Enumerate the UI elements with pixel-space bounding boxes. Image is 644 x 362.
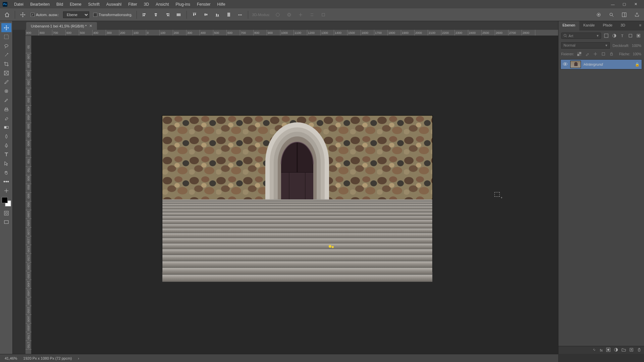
menu-ebene[interactable]: Ebene — [66, 1, 85, 8]
lock-transparency-icon[interactable] — [577, 51, 582, 57]
filter-adjust-icon[interactable] — [611, 33, 617, 39]
filter-pixel-icon[interactable] — [603, 33, 609, 39]
menu-fenster[interactable]: Fenster — [194, 1, 214, 8]
layer-style-icon[interactable]: fx — [600, 348, 603, 352]
svg-rect-34 — [4, 35, 8, 39]
type-tool[interactable] — [1, 150, 11, 159]
layer-filter-search[interactable]: Art ▾ — [561, 33, 601, 39]
menu-schrift[interactable]: Schrift — [85, 1, 103, 8]
align-right-icon[interactable] — [164, 11, 171, 18]
lock-artboard-icon[interactable] — [601, 51, 606, 57]
visibility-toggle-icon[interactable] — [563, 62, 568, 66]
more-align-icon[interactable]: ••• — [236, 11, 244, 18]
workspace-switcher-icon[interactable] — [621, 11, 628, 18]
svg-point-96 — [607, 349, 609, 351]
layer-mask-icon[interactable] — [606, 348, 610, 353]
tab-3d[interactable]: 3D — [616, 21, 629, 31]
lock-label: Fixieren: — [561, 52, 574, 56]
filter-type-icon[interactable]: T — [619, 33, 625, 39]
hand-tool[interactable] — [1, 168, 11, 177]
lock-paint-icon[interactable] — [585, 51, 590, 57]
magic-wand-tool[interactable] — [1, 50, 11, 59]
lasso-tool[interactable] — [1, 41, 11, 50]
layer-name[interactable]: Hintergrund — [584, 62, 632, 66]
svg-rect-4 — [155, 13, 157, 14]
panel-menu-icon[interactable]: ≡ — [637, 21, 644, 31]
blend-mode-dropdown[interactable]: Normal ▾ — [561, 42, 610, 49]
tab-ebenen[interactable]: Ebenen — [558, 21, 579, 31]
menu-3d[interactable]: 3D — [141, 1, 152, 8]
pen-tool[interactable] — [1, 141, 11, 150]
clone-stamp-tool[interactable] — [1, 105, 11, 114]
healing-brush-tool[interactable] — [1, 86, 11, 96]
canvas-image[interactable] — [162, 116, 432, 272]
more-tools-icon[interactable]: ••• — [1, 177, 11, 186]
distribute-v-icon[interactable] — [225, 11, 232, 18]
transform-controls-checkbox[interactable]: Transformationsstrg. — [93, 13, 132, 17]
eraser-tool[interactable] — [1, 114, 11, 123]
ruler-horizontal[interactable]: 9008007006005004003002001000100200300400… — [25, 30, 558, 36]
new-group-icon[interactable] — [622, 348, 626, 353]
screen-mode-icon[interactable] — [1, 218, 11, 227]
new-layer-icon[interactable] — [629, 348, 634, 353]
menu-bild[interactable]: Bild — [53, 1, 66, 8]
menu-datei[interactable]: Datei — [11, 1, 27, 8]
menu-hilfe[interactable]: Hilfe — [214, 1, 229, 8]
menu-ansicht[interactable]: Ansicht — [152, 1, 172, 8]
tab-pfade[interactable]: Pfade — [599, 21, 616, 31]
auto-select-checkbox[interactable]: ✓Autom. ausw.: — [31, 13, 59, 17]
frame-tool[interactable] — [1, 68, 11, 77]
eyedropper-tool[interactable] — [1, 77, 11, 86]
auto-select-target-dropdown[interactable]: Ebene — [63, 11, 89, 18]
window-minimize-button[interactable]: — — [607, 1, 619, 7]
gradient-tool[interactable] — [1, 123, 11, 132]
align-top-icon[interactable] — [191, 11, 198, 18]
filter-shape-icon[interactable] — [627, 33, 633, 39]
menu-bearbeiten[interactable]: Bearbeiten — [27, 1, 53, 8]
menu-plugins[interactable]: Plug-ins — [172, 1, 194, 8]
menu-filter[interactable]: Filter — [125, 1, 141, 8]
share-icon[interactable] — [633, 11, 641, 18]
move-tool[interactable] — [1, 23, 11, 32]
search-icon[interactable] — [608, 11, 615, 18]
svg-point-94 — [565, 63, 566, 65]
layer-thumbnail[interactable] — [570, 61, 581, 68]
menu-auswahl[interactable]: Auswahl — [103, 1, 125, 8]
layer-row[interactable]: Hintergrund 🔒 — [560, 59, 642, 69]
home-button[interactable] — [3, 11, 11, 18]
align-bottom-icon[interactable] — [214, 11, 221, 18]
window-close-button[interactable]: ✕ — [630, 1, 641, 7]
link-layers-icon[interactable] — [592, 348, 596, 353]
edit-toolbar-icon[interactable] — [1, 186, 11, 195]
path-selection-tool[interactable] — [1, 159, 11, 168]
foreground-background-color[interactable] — [2, 197, 11, 206]
document-dimensions[interactable]: 1920 Px x 1080 Px (72 ppcm) — [23, 356, 72, 360]
document-tab[interactable]: Unbenannt-1 bei 41,5% (RGB/8) * ✕ — [26, 22, 97, 30]
quickmask-icon[interactable] — [1, 208, 11, 218]
brush-tool[interactable] — [1, 96, 11, 105]
cloud-docs-icon[interactable] — [595, 11, 602, 18]
filter-smart-icon[interactable] — [635, 33, 641, 39]
window-maximize-button[interactable]: ▢ — [619, 1, 630, 7]
lock-position-icon[interactable] — [593, 51, 598, 57]
crop-tool[interactable] — [1, 59, 11, 68]
ruler-vertical[interactable]: 5010015020025030035040045050055060065070… — [25, 36, 32, 354]
canvas-viewport[interactable] — [32, 36, 558, 354]
lock-all-icon[interactable] — [609, 51, 614, 57]
align-vcenter-icon[interactable] — [202, 11, 210, 18]
distribute-h-icon[interactable] — [175, 11, 182, 18]
delete-layer-icon[interactable] — [637, 348, 641, 353]
tab-kanaele[interactable]: Kanäle — [579, 21, 599, 31]
svg-line-31 — [612, 15, 613, 17]
opacity-value[interactable]: 100% — [632, 44, 641, 48]
blur-tool[interactable] — [1, 132, 11, 141]
zoom-level[interactable]: 41,46% — [5, 356, 17, 360]
fill-value[interactable]: 100% — [633, 52, 641, 56]
status-chevron-icon[interactable]: › — [78, 356, 79, 360]
align-hcenter-icon[interactable] — [152, 11, 160, 18]
adjustment-layer-icon[interactable] — [614, 348, 618, 353]
close-tab-icon[interactable]: ✕ — [89, 24, 92, 28]
lock-icon[interactable]: 🔒 — [635, 62, 640, 67]
marquee-tool[interactable] — [1, 32, 11, 41]
align-left-icon[interactable] — [141, 11, 148, 18]
